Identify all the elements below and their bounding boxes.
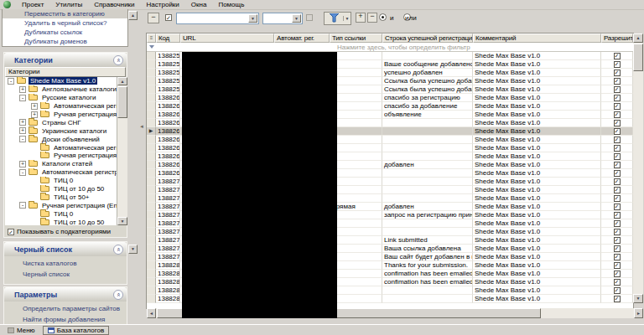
tree-item[interactable]: ТИЦ от 10 до 50	[5, 218, 117, 225]
column-header[interactable]: Автомат. рег.	[274, 34, 330, 43]
toolbar-checkbox[interactable]: ✓	[165, 14, 172, 21]
checkbox-checked-icon[interactable]: ✓	[614, 279, 621, 286]
checkbox-checked-icon[interactable]: ✓	[614, 111, 621, 118]
checkbox-checked-icon[interactable]: ✓	[614, 178, 621, 185]
tree-item[interactable]: -Русские каталоги	[5, 94, 117, 102]
checkbox-checked-icon[interactable]: ✓	[614, 78, 621, 85]
checkbox-checked-icon[interactable]: ✓	[614, 296, 621, 302]
scroll-up-icon[interactable]: ▲	[633, 34, 643, 43]
checkbox-checked-icon[interactable]: ✓	[614, 271, 621, 277]
checkbox-checked-icon[interactable]: ✓	[614, 187, 621, 193]
blacklist-panel-header[interactable]: Черный список «	[4, 242, 127, 256]
tree-item[interactable]: Автоматическая регистрация	[5, 143, 117, 152]
expand-icon[interactable]: +	[19, 127, 26, 134]
statusbar-tab[interactable]: Меню	[3, 326, 39, 335]
sidebar-splitter[interactable]: ◄	[138, 10, 147, 325]
checkbox-checked-icon[interactable]: ✓	[614, 145, 621, 152]
checkbox-checked-icon[interactable]: ✓	[614, 254, 621, 260]
expand-icon[interactable]: +	[31, 103, 38, 110]
scroll-down-icon[interactable]: ▼	[633, 294, 643, 303]
checkbox-checked-icon[interactable]: ✓	[614, 128, 621, 135]
column-header[interactable]: Разрешить	[601, 34, 633, 43]
tree-item[interactable]: -Shede Max Base v1.0	[5, 77, 117, 85]
expand-icon[interactable]: +	[31, 111, 38, 118]
column-header[interactable]: Код	[156, 34, 180, 43]
remove-filter-button[interactable]: −	[367, 13, 377, 23]
checkbox-checked-icon[interactable]: ✓	[614, 120, 621, 126]
menubar-item[interactable]: Справочники	[88, 0, 140, 9]
tree-item[interactable]: -Ручная регистрация (Eng-Rus)	[5, 201, 117, 209]
vertical-scrollbar-thumb[interactable]	[633, 44, 643, 71]
menubar-item[interactable]: Настройки	[141, 0, 185, 9]
context-menu-item[interactable]: Переместить в категорию	[3, 9, 127, 18]
statusbar-tab[interactable]: База каталогов	[43, 326, 110, 335]
collapse-icon[interactable]: -	[19, 169, 26, 176]
show-subcategories-checkbox[interactable]: ✓	[8, 229, 14, 235]
checkbox-checked-icon[interactable]: ✓	[614, 245, 621, 252]
collapse-icon[interactable]: -	[19, 202, 26, 209]
menubar-item[interactable]: Окна	[185, 0, 213, 9]
menubar-item[interactable]: Утилиты	[49, 0, 88, 9]
collapse-icon[interactable]: -	[19, 136, 26, 142]
menubar-item[interactable]: Проект	[16, 0, 49, 9]
checkbox-checked-icon[interactable]: ✓	[614, 95, 621, 101]
tree-item[interactable]: +Украинские каталоги	[5, 126, 117, 135]
expand-icon[interactable]: +	[19, 161, 26, 168]
tree-item[interactable]: ТИЦ 0	[5, 209, 117, 218]
tree-item[interactable]: +Каталоги статей	[5, 160, 117, 168]
remove-button[interactable]: −	[148, 13, 159, 23]
sidebar-scroll-down-icon[interactable]: ▼	[128, 245, 138, 254]
checkbox-checked-icon[interactable]: ✓	[614, 61, 621, 68]
context-menu-item[interactable]: Дубликаты доменов	[3, 37, 127, 46]
expand-icon[interactable]: +	[19, 119, 26, 126]
filter-button[interactable]: ▼	[324, 12, 351, 25]
chevron-up-icon[interactable]: «	[113, 245, 123, 255]
context-menu-item[interactable]: Удалить в черный список?	[3, 18, 127, 28]
collapse-icon[interactable]: -	[8, 78, 14, 85]
tree-scrollbar-thumb[interactable]	[117, 86, 127, 118]
chevron-up-icon[interactable]: «	[113, 290, 123, 300]
filter-combobox-1[interactable]: ▼	[176, 13, 259, 24]
filter-row[interactable]: Нажмите здесь, чтобы определить фильтр	[147, 43, 633, 52]
tree-item[interactable]: +Англоязычные каталоги	[5, 85, 117, 94]
chevron-down-icon[interactable]: ▼	[248, 14, 257, 23]
context-menu-item[interactable]: Дубликаты ссылок	[3, 28, 127, 37]
checkbox-checked-icon[interactable]: ✓	[614, 153, 621, 160]
column-header[interactable]: Строка успешной регистрации	[382, 34, 473, 43]
chevron-down-icon[interactable]: ▼	[292, 14, 301, 23]
table-vertical-scrollbar[interactable]: ▲ ▼	[633, 34, 643, 303]
checkbox-checked-icon[interactable]: ✓	[614, 86, 621, 93]
checkbox-checked-icon[interactable]: ✓	[614, 204, 621, 210]
tree-item[interactable]: ТИЦ от 10 до 50	[5, 185, 117, 193]
column-header[interactable]: Комментарий	[473, 34, 601, 43]
menubar-item[interactable]: Помощь	[212, 0, 250, 9]
scroll-up-icon[interactable]: ▲	[117, 77, 127, 85]
checkbox-checked-icon[interactable]: ✓	[614, 170, 621, 177]
checkbox-checked-icon[interactable]: ✓	[614, 137, 621, 143]
tree-scrollbar[interactable]: ▲ ▼	[117, 77, 127, 225]
checkbox-checked-icon[interactable]: ✓	[614, 212, 621, 219]
checkbox-checked-icon[interactable]: ✓	[614, 262, 621, 269]
chevron-down-icon[interactable]: ▼	[343, 16, 351, 21]
categories-panel-header[interactable]: Категории «	[4, 53, 127, 67]
checkbox-checked-icon[interactable]: ✓	[614, 237, 621, 244]
scroll-down-icon[interactable]: ▼	[117, 217, 127, 225]
column-header[interactable]: URL	[180, 34, 274, 43]
checkbox-checked-icon[interactable]: ✓	[614, 220, 621, 227]
sidebar-link[interactable]: Чистка каталогов	[4, 256, 127, 267]
chevron-up-icon[interactable]: «	[113, 55, 123, 65]
tree-item[interactable]: ТИЦ от 50+	[5, 193, 117, 201]
checkbox-checked-icon[interactable]: ✓	[614, 162, 621, 168]
checkbox-checked-icon[interactable]: ✓	[614, 70, 621, 76]
checkbox-checked-icon[interactable]: ✓	[614, 195, 621, 202]
tree-item[interactable]: Ручная регистрация	[5, 152, 117, 160]
scroll-left-icon[interactable]: ◄	[147, 308, 156, 318]
sidebar-scroll-up-icon[interactable]: ▲	[128, 11, 138, 20]
sidebar-link[interactable]: Черный список	[4, 267, 127, 278]
tree-item[interactable]: +Страны СНГ	[5, 118, 117, 126]
collapse-icon[interactable]: -	[19, 95, 26, 101]
tree-item[interactable]: -Автоматическая регистрация (Eng	[5, 168, 117, 177]
checkbox-checked-icon[interactable]: ✓	[614, 287, 621, 294]
params-panel-header[interactable]: Параметры «	[4, 287, 127, 302]
tree-item[interactable]: +Автоматическая регистрация	[5, 102, 117, 111]
